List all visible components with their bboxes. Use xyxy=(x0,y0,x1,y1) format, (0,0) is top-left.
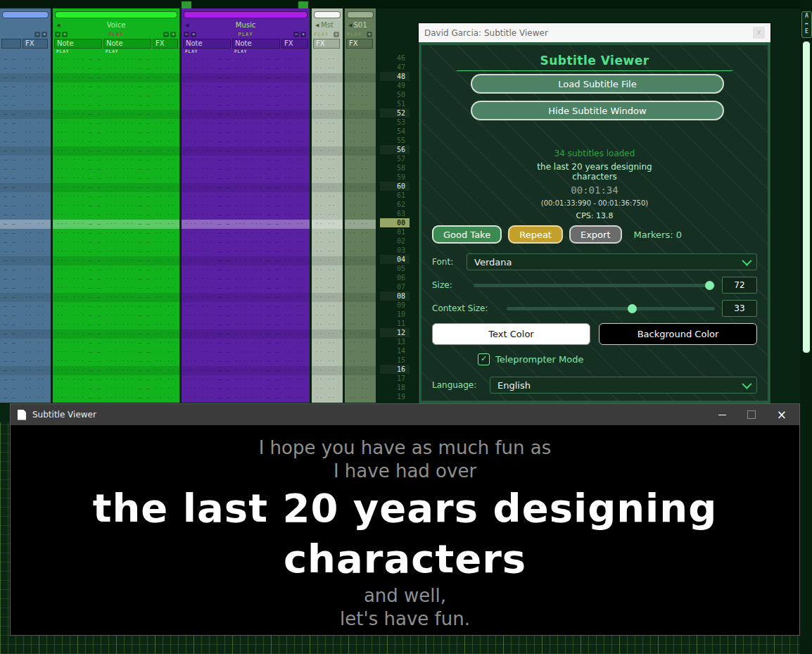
close-icon[interactable]: × xyxy=(777,411,787,418)
pattern-row[interactable]: – –·· ·· ·· xyxy=(0,119,51,128)
pattern-row[interactable]: ··· ··· – –··· ··· – –·· ·· ·· xyxy=(53,311,179,320)
track-color-bar[interactable] xyxy=(2,11,49,18)
pattern-row[interactable]: – –·· ·· ·· xyxy=(0,394,51,403)
pattern-row[interactable]: ··· ··· – –··· ··· – –·· ·· ·· xyxy=(53,339,179,348)
pattern-row[interactable]: – –·· ·· ·· xyxy=(0,174,51,183)
plus-icon[interactable]: + xyxy=(334,32,339,37)
pattern-row[interactable]: – –·· ·· ·· xyxy=(0,357,51,366)
column-header[interactable]: Note xyxy=(103,39,151,49)
pattern-row[interactable]: ··· ··· – –··· ··· – –·· ·· ·· xyxy=(53,275,179,284)
track-color-bar[interactable] xyxy=(184,11,307,18)
pattern-row[interactable]: ·· ·· ·· xyxy=(345,348,376,357)
pattern-row[interactable]: ·· ·· ·· xyxy=(345,192,376,201)
pattern-row[interactable]: ··· ··· – –··· ··· – –·· ·· ·· xyxy=(182,275,310,284)
pattern-row[interactable]: ··· ··· – –··· ··· – –·· ·· ·· xyxy=(53,284,179,293)
context-size-slider[interactable] xyxy=(507,300,715,317)
pattern-row[interactable]: – –·· ·· ·· xyxy=(0,64,51,73)
pattern-row[interactable]: ·· ·· ·· xyxy=(312,101,343,110)
pattern-row[interactable]: ·· ·· ·· xyxy=(312,128,343,137)
pattern-row[interactable]: ·· ·· ·· xyxy=(312,275,343,284)
pattern-row[interactable]: ··· ··· – –··· ··· – –·· ·· ·· xyxy=(182,183,310,192)
pattern-row[interactable]: ··· ··· – –··· ··· – –·· ·· ·· xyxy=(53,183,179,192)
pattern-row[interactable]: – –·· ·· ·· xyxy=(0,110,51,119)
pattern-row[interactable]: ··· ··· – –··· ··· – –·· ·· ·· xyxy=(182,201,310,210)
pattern-row[interactable]: ··· ··· – –··· ··· – –·· ·· ·· xyxy=(53,128,179,137)
minus-icon[interactable]: − xyxy=(293,32,299,37)
column-header[interactable]: FX xyxy=(313,39,340,49)
pattern-row[interactable]: ··· ··· – –··· ··· – –·· ·· ·· xyxy=(53,64,179,73)
pattern-row[interactable]: ·· ·· ·· xyxy=(345,238,376,247)
track-color-bar[interactable] xyxy=(55,11,177,18)
pattern-row[interactable]: ·· ·· ·· xyxy=(312,146,343,156)
language-dropdown[interactable]: English xyxy=(490,377,757,394)
maximize-icon[interactable] xyxy=(747,410,756,419)
pattern-row[interactable]: ··· ··· – –··· ··· – –·· ·· ·· xyxy=(182,394,310,403)
pattern-row[interactable]: ·· ·· ·· xyxy=(312,311,343,320)
pattern-row[interactable]: – –·· ·· ·· xyxy=(0,284,51,293)
pattern-row[interactable]: ··· ··· – –··· ··· – –·· ·· ·· xyxy=(182,92,310,101)
pattern-row[interactable]: ·· ·· ·· xyxy=(345,366,376,375)
pattern-row[interactable]: ··· ··· – –··· ··· – –·· ·· ·· xyxy=(182,256,310,265)
context-slider-thumb[interactable] xyxy=(628,304,637,313)
pattern-row[interactable]: ··· ··· – –··· ··· – –·· ·· ·· xyxy=(53,165,179,174)
pattern-row[interactable]: ·· ·· ·· xyxy=(312,265,343,275)
pattern-row[interactable]: ··· ··· – –··· ··· – –·· ·· ·· xyxy=(53,92,179,101)
track-color-bar[interactable] xyxy=(314,11,341,18)
pattern-row[interactable]: ··· ··· – –··· ··· – –·· ·· ·· xyxy=(182,220,310,229)
pattern-row[interactable]: – –·· ·· ·· xyxy=(0,201,51,210)
pattern-row[interactable]: ··· ··· – –··· ··· – –·· ·· ·· xyxy=(53,229,179,238)
subtitle-window-titlebar[interactable]: Subtitle Viewer × xyxy=(11,404,799,425)
pattern-row[interactable]: ··· ··· – –··· ··· – –·· ·· ·· xyxy=(182,366,310,375)
pattern-row[interactable]: ··· ··· – –··· ··· – –·· ·· ·· xyxy=(182,119,310,128)
pattern-row[interactable]: ·· ·· ·· xyxy=(345,329,376,339)
view-switch-button[interactable]: A↔E xyxy=(801,11,812,38)
minimize-icon[interactable] xyxy=(718,415,726,415)
pattern-row[interactable]: – –·· ·· ·· xyxy=(0,375,51,384)
pattern-row[interactable]: ··· ··· – –··· ··· – –·· ·· ·· xyxy=(53,201,179,210)
pattern-row[interactable]: ··· ··· – –··· ··· – –·· ·· ·· xyxy=(53,101,179,110)
pattern-row[interactable]: ··· ··· – –··· ··· – –·· ·· ·· xyxy=(53,73,179,82)
pattern-row[interactable]: ··· ··· – –··· ··· – –·· ·· ·· xyxy=(53,146,179,156)
pattern-row[interactable]: ·· ·· ·· xyxy=(345,293,376,302)
pattern-row[interactable]: ··· ··· – –··· ··· – –·· ·· ·· xyxy=(182,128,310,137)
pattern-row[interactable]: ·· ·· ·· xyxy=(345,55,376,64)
pattern-row[interactable]: ·· ·· ·· xyxy=(345,357,376,366)
text-color-button[interactable]: Text Color xyxy=(432,323,590,345)
column-header[interactable]: Note xyxy=(183,39,231,49)
close-icon[interactable]: x xyxy=(753,27,765,39)
pattern-row[interactable]: – –·· ·· ·· xyxy=(0,311,51,320)
pattern-row[interactable]: ·· ·· ·· xyxy=(345,339,376,348)
pattern-row[interactable]: – –·· ·· ·· xyxy=(0,183,51,192)
pattern-row[interactable]: ·· ·· ·· xyxy=(312,220,343,229)
pattern-row[interactable]: – –·· ·· ·· xyxy=(0,229,51,238)
minus-icon[interactable]: − xyxy=(184,32,189,37)
pattern-row[interactable]: ··· ··· – –··· ··· – –·· ·· ·· xyxy=(53,302,179,311)
context-slider-track[interactable] xyxy=(507,307,715,310)
pattern-row[interactable]: ·· ·· ·· xyxy=(345,302,376,311)
pattern-row[interactable]: ·· ·· ·· xyxy=(312,375,343,384)
pattern-row[interactable]: – –·· ·· ·· xyxy=(0,384,51,394)
pattern-row[interactable]: ·· ·· ·· xyxy=(312,119,343,128)
pattern-row[interactable]: – –·· ·· ·· xyxy=(0,73,51,82)
column-header[interactable]: Note xyxy=(54,39,102,49)
pattern-row[interactable]: ·· ·· ·· xyxy=(312,329,343,339)
pattern-row[interactable]: ··· ··· – –··· ··· – –·· ·· ·· xyxy=(182,311,310,320)
pattern-row[interactable]: ··· ··· – –··· ··· – –·· ·· ·· xyxy=(182,165,310,174)
pattern-row[interactable]: – –·· ·· ·· xyxy=(0,293,51,302)
pattern-row[interactable]: ··· ··· – –··· ··· – –·· ·· ·· xyxy=(182,293,310,302)
pattern-row[interactable]: ·· ·· ·· xyxy=(312,284,343,293)
pattern-row[interactable]: ·· ·· ·· xyxy=(345,375,376,384)
pattern-row[interactable]: ··· ··· – –··· ··· – –·· ·· ·· xyxy=(53,329,179,339)
pattern-row[interactable]: ··· ··· – –··· ··· – –·· ·· ·· xyxy=(53,220,179,229)
pattern-row[interactable]: ··· ··· – –··· ··· – –·· ·· ·· xyxy=(182,348,310,357)
pattern-row[interactable]: ··· ··· – –··· ··· – –·· ·· ·· xyxy=(182,110,310,119)
pattern-row[interactable]: ··· ··· – –··· ··· – –·· ·· ·· xyxy=(182,320,310,329)
pattern-row[interactable]: ··· ··· – –··· ··· – –·· ·· ·· xyxy=(182,146,310,156)
pattern-row[interactable]: ··· ··· – –··· ··· – –·· ·· ·· xyxy=(182,82,310,92)
pattern-row[interactable]: ·· ·· ·· xyxy=(312,357,343,366)
pattern-row[interactable]: – –·· ·· ·· xyxy=(0,82,51,92)
pattern-row[interactable]: – –·· ·· ·· xyxy=(0,146,51,156)
pattern-row[interactable]: – –·· ·· ·· xyxy=(0,165,51,174)
pattern-row[interactable]: ··· ··· – –··· ··· – –·· ·· ·· xyxy=(53,156,179,165)
pattern-row[interactable]: ·· ·· ·· xyxy=(345,128,376,137)
